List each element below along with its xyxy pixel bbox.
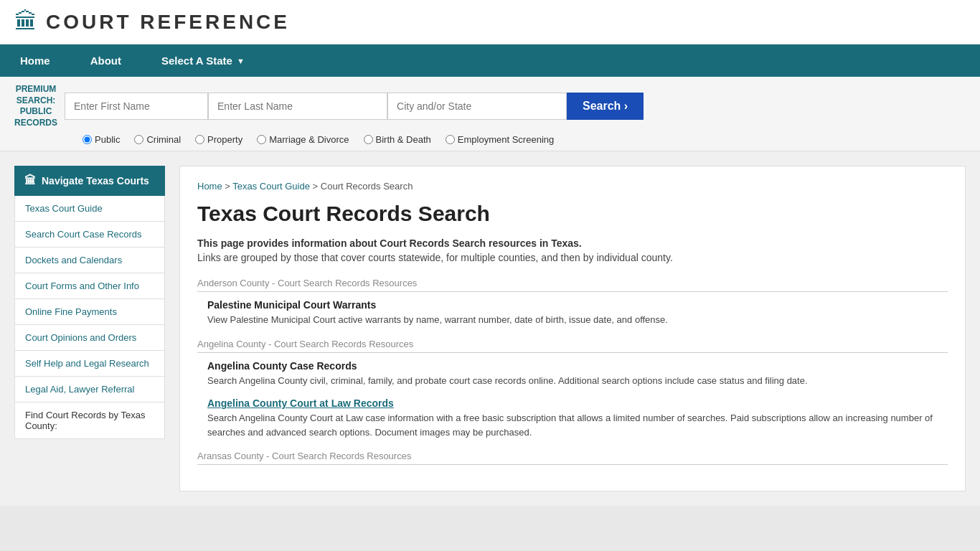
sidebar-header[interactable]: 🏛 Navigate Texas Courts	[14, 166, 165, 196]
radio-birth-death[interactable]: Birth & Death	[364, 134, 431, 145]
breadcrumb-state[interactable]: Texas Court Guide	[232, 181, 310, 192]
first-name-input[interactable]	[65, 93, 208, 120]
sidebar: 🏛 Navigate Texas Courts Texas Court Guid…	[14, 166, 165, 491]
breadcrumb-home[interactable]: Home	[197, 181, 222, 192]
county-anderson: Anderson County - Court Search Records R…	[197, 278, 948, 327]
county-angelina-header: Angelina County - Court Search Records R…	[197, 339, 948, 353]
resource-desc-palestine: View Palestine Municipal Court active wa…	[207, 313, 948, 327]
resource-desc-angelina-case: Search Angelina County civil, criminal, …	[207, 374, 948, 388]
sidebar-item-opinions[interactable]: Court Opinions and Orders	[14, 325, 165, 351]
sidebar-item-court-guide[interactable]: Texas Court Guide	[14, 196, 165, 222]
main-nav: Home About Select A State ▼	[0, 44, 980, 77]
radio-public[interactable]: Public	[83, 134, 120, 145]
resource-palestine-warrants: Palestine Municipal Court Warrants View …	[197, 299, 948, 327]
resource-title-angelina-case: Angelina County Case Records	[207, 360, 948, 372]
last-name-input[interactable]	[208, 93, 387, 120]
site-title: COURT REFERENCE	[46, 11, 290, 34]
chevron-down-icon: ▼	[237, 57, 245, 65]
nav-about[interactable]: About	[70, 44, 141, 77]
page-title: Texas Court Records Search	[197, 202, 948, 226]
resource-angelina-case: Angelina County Case Records Search Ange…	[197, 360, 948, 388]
sidebar-item-case-records[interactable]: Search Court Case Records	[14, 222, 165, 248]
intro-bold: This page provides information about Cou…	[197, 237, 948, 249]
sidebar-item-dockets[interactable]: Dockets and Calendars	[14, 248, 165, 273]
content-area: Home > Texas Court Guide > Court Records…	[179, 166, 966, 491]
city-state-input[interactable]	[387, 93, 567, 120]
sidebar-footer-text: Find Court Records by Texas County:	[14, 402, 165, 439]
radio-marriage-divorce[interactable]: Marriage & Divorce	[257, 134, 349, 145]
resource-angelina-court-at-law: Angelina County Court at Law Records Sea…	[197, 397, 948, 439]
nav-home[interactable]: Home	[0, 44, 70, 77]
record-type-radios: Public Criminal Property Marriage & Divo…	[83, 134, 966, 145]
sidebar-item-legal-aid[interactable]: Legal Aid, Lawyer Referral	[14, 377, 165, 402]
sidebar-item-court-forms[interactable]: Court Forms and Other Info	[14, 273, 165, 299]
resource-title-palestine: Palestine Municipal Court Warrants	[207, 299, 948, 311]
radio-criminal[interactable]: Criminal	[134, 134, 181, 145]
county-aransas-header: Aransas County - Court Search Records Re…	[197, 451, 948, 465]
breadcrumb: Home > Texas Court Guide > Court Records…	[197, 181, 948, 192]
radio-property[interactable]: Property	[195, 134, 242, 145]
radio-employment-screening[interactable]: Employment Screening	[446, 134, 554, 145]
sidebar-item-self-help[interactable]: Self Help and Legal Research	[14, 351, 165, 377]
search-bar: PREMIUM SEARCH: PUBLIC RECORDS Search › …	[0, 77, 980, 151]
search-button[interactable]: Search ›	[567, 93, 644, 120]
main-area: 🏛 Navigate Texas Courts Texas Court Guid…	[0, 151, 980, 506]
logo-icon: 🏛	[14, 9, 37, 35]
sidebar-item-fine-payments[interactable]: Online Fine Payments	[14, 299, 165, 325]
angelina-court-law-link[interactable]: Angelina County Court at Law Records	[207, 397, 394, 409]
premium-label: PREMIUM SEARCH: PUBLIC RECORDS	[14, 84, 57, 128]
resource-title-angelina-law: Angelina County Court at Law Records	[207, 397, 948, 409]
sidebar-header-label: Navigate Texas Courts	[42, 175, 149, 187]
county-aransas: Aransas County - Court Search Records Re…	[197, 451, 948, 465]
county-anderson-header: Anderson County - Court Search Records R…	[197, 278, 948, 292]
resource-desc-angelina-law: Search Angelina County Court at Law case…	[207, 411, 948, 439]
county-angelina: Angelina County - Court Search Records R…	[197, 339, 948, 440]
intro-text: Links are grouped by those that cover co…	[197, 252, 948, 263]
site-header: 🏛 COURT REFERENCE	[0, 0, 980, 44]
breadcrumb-current: Court Records Search	[321, 181, 413, 192]
nav-select-state[interactable]: Select A State ▼	[141, 44, 265, 77]
courthouse-icon: 🏛	[24, 174, 36, 187]
